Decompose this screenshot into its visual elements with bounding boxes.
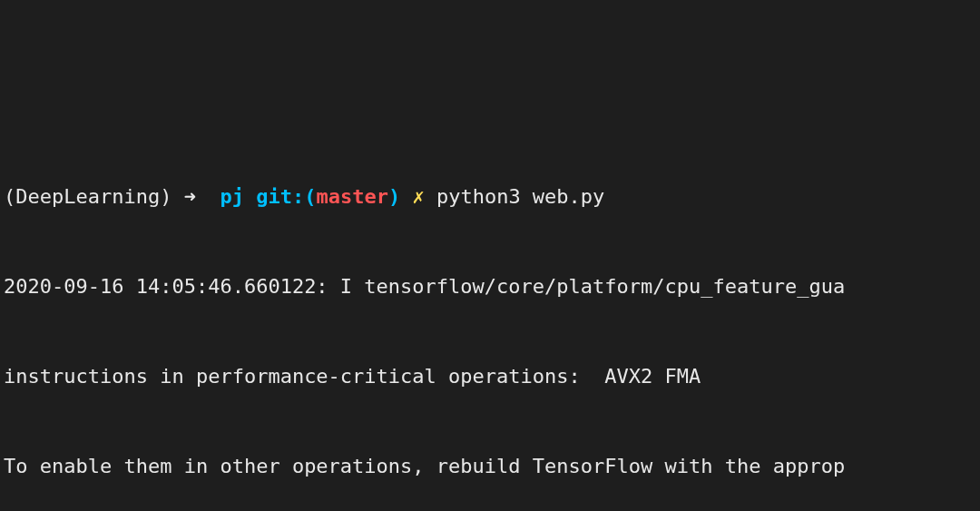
git-paren-open: ( <box>304 182 316 211</box>
prompt-line: (DeepLearning) ➜ pj git:(master) ✗ pytho… <box>4 182 976 211</box>
spacer <box>425 182 436 211</box>
command-input[interactable]: python3 web.py <box>436 182 604 211</box>
prompt-arrow-icon: ➜ <box>172 182 220 211</box>
spacer <box>244 182 256 211</box>
git-branch-name: master <box>316 182 387 211</box>
output-line: To enable them in other operations, rebu… <box>4 451 976 481</box>
env-paren-open: ( <box>4 182 15 211</box>
output-line: instructions in performance-critical ope… <box>4 361 976 391</box>
git-label: git: <box>256 182 304 211</box>
spacer <box>400 182 412 211</box>
terminal-window[interactable]: (DeepLearning) ➜ pj git:(master) ✗ pytho… <box>4 122 976 511</box>
directory-name: pj <box>220 182 244 211</box>
output-line: 2020-09-16 14:05:46.660122: I tensorflow… <box>4 271 976 301</box>
conda-env-name: DeepLearning <box>15 182 160 211</box>
git-dirty-icon: ✗ <box>412 182 424 211</box>
env-paren-close: ) <box>160 182 172 211</box>
git-paren-close: ) <box>388 182 400 211</box>
